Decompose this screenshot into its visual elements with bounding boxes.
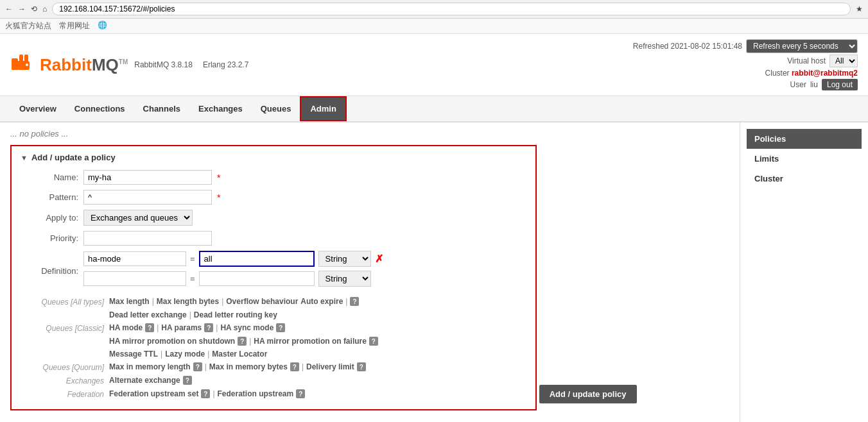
sidebar-item-limits[interactable]: Limits [747,149,862,169]
content-area: ... no policies ... ▼ Add / update a pol… [0,122,740,422]
hints-queues-all-row2: Dead letter exchange | Dead letter routi… [21,310,526,319]
hint-federation-upstream-set[interactable]: Federation upstream set [109,389,198,398]
def-equals-2: = [190,274,195,283]
pattern-input[interactable] [83,190,212,205]
def-val-1[interactable] [199,251,315,267]
sidebar-item-cluster[interactable]: Cluster [747,169,862,189]
def-remove-1[interactable]: ✗ [375,253,383,265]
help-auto-expire-icon[interactable]: ? [350,297,359,306]
bookmark-bar: 火狐官方站点 常用网址 🌐 [0,19,868,34]
cluster-label: Cluster [765,69,790,78]
url-bar[interactable] [52,3,851,15]
sidebar-item-policies[interactable]: Policies [747,129,862,149]
def-type-2[interactable]: String Number Boolean List [318,271,371,287]
hint-alternate-exchange[interactable]: Alternate exchange [109,376,180,385]
hints-queues-quorum-links1: Max in memory length ? | Max in memory b… [109,362,366,371]
hint-federation-upstream[interactable]: Federation upstream [218,389,294,398]
hints-queues-quorum-row1: Queues [Quorum] Max in memory length ? |… [21,362,526,372]
erlang-version: Erlang 23.2.7 [203,60,248,69]
hint-ha-sync-mode[interactable]: HA sync mode [220,323,273,332]
help-ha-mirror-shutdown-icon[interactable]: ? [238,337,247,346]
user-row: User liu Log out [633,79,858,90]
refresh-select[interactable]: Refresh every 5 seconds Refresh every 10… [746,39,858,53]
hint-lazy-mode[interactable]: Lazy mode [165,350,205,359]
priority-label: Priority: [21,233,78,243]
help-ha-mode-icon[interactable]: ? [145,323,154,332]
hints-queues-classic-links3: Message TTL | Lazy mode | Master Locator [109,350,267,359]
hint-overflow-behaviour[interactable]: Overflow behaviour [226,297,298,306]
header-right: Refreshed 2021-08-02 15:01:48 Refresh ev… [633,39,858,90]
cluster-name[interactable]: rabbit@rabbitmq2 [792,69,858,78]
add-policy-button[interactable]: Add / update policy [539,385,637,403]
apply-select[interactable]: Exchanges and queues Exchanges Queues [83,210,193,226]
sidebar: Policies Limits Cluster [740,122,868,422]
nav-exchanges[interactable]: Exchanges [189,97,252,120]
refresh-row: Refreshed 2021-08-02 15:01:48 Refresh ev… [633,39,858,53]
globe-icon: 🌐 [98,21,107,31]
hint-message-ttl[interactable]: Message TTL [109,350,158,359]
definition-entry-1: = String Number Boolean List ✗ [83,251,383,267]
star-icon[interactable]: ★ [856,4,863,13]
help-alternate-exchange-icon[interactable]: ? [183,376,192,385]
hint-auto-expire[interactable]: Auto expire [300,297,343,306]
hints-queues-classic-row2: HA mirror promotion on shutdown ? | HA m… [21,337,526,346]
hint-delivery-limit[interactable]: Delivery limit [306,362,354,371]
nav-overview[interactable]: Overview [10,97,65,120]
help-ha-mirror-failure-icon[interactable]: ? [369,337,378,346]
name-label: Name: [21,173,78,182]
def-val-2[interactable] [199,271,315,286]
bookmark-common[interactable]: 常用网址 [59,21,90,31]
help-ha-params-icon[interactable]: ? [204,323,213,332]
name-input[interactable] [83,170,212,185]
collapse-triangle[interactable]: ▼ [21,154,28,162]
hint-master-locator[interactable]: Master Locator [212,350,267,359]
help-federation-upstream-icon[interactable]: ? [296,389,305,398]
nav-channels[interactable]: Channels [134,97,190,120]
policy-section-heading: Add / update a policy [31,153,116,162]
logout-button[interactable]: Log out [822,79,858,90]
hint-max-in-memory-length[interactable]: Max in memory length [109,362,191,371]
hint-max-length-bytes[interactable]: Max length bytes [157,297,219,306]
forward-icon[interactable]: → [18,4,26,13]
help-ha-sync-icon[interactable]: ? [276,323,285,332]
hints-exchanges-links1: Alternate exchange ? [109,376,192,385]
definition-entries: = String Number Boolean List ✗ = [83,251,383,291]
hints-federation-links1: Federation upstream set ? | Federation u… [109,389,305,398]
back-icon[interactable]: ← [5,4,13,13]
no-policies-notice: ... no policies ... [10,129,729,139]
logo-text: RabbitMQTM [40,55,128,75]
name-row: Name: * [21,170,526,185]
hint-ha-mode[interactable]: HA mode [109,323,143,332]
nav-admin[interactable]: Admin [300,96,346,121]
hint-ha-mirror-promotion-failure[interactable]: HA mirror promotion on failure [254,337,367,346]
hints-queues-all-row1: Queues [All types] Max length | Max leng… [21,297,526,307]
hint-ha-mirror-promotion-shutdown[interactable]: HA mirror promotion on shutdown [109,337,235,346]
help-delivery-limit-icon[interactable]: ? [357,362,366,371]
def-key-2[interactable] [83,271,186,286]
priority-input[interactable] [83,231,212,246]
hint-max-length[interactable]: Max length [109,297,150,306]
vhost-label: Virtual host [787,56,826,65]
bookmark-firefox[interactable]: 火狐官方站点 [5,21,51,31]
help-federation-upstream-set-icon[interactable]: ? [201,389,210,398]
nav-queues[interactable]: Queues [252,97,300,120]
def-type-1[interactable]: String Number Boolean List [318,251,371,267]
vhost-select[interactable]: All / [829,55,858,67]
nav-connections[interactable]: Connections [65,97,134,120]
hint-dead-letter-exchange[interactable]: Dead letter exchange [109,310,187,319]
hint-dead-letter-routing-key[interactable]: Dead letter routing key [194,310,277,319]
hint-max-in-memory-bytes[interactable]: Max in memory bytes [209,362,288,371]
help-max-memory-length-icon[interactable]: ? [193,362,202,371]
hints-queues-classic-label2 [21,337,104,337]
def-key-1[interactable] [83,251,186,266]
svg-point-4 [26,63,28,66]
policy-section: ▼ Add / update a policy Name: * Pattern:… [10,145,537,410]
hints-queues-all-links2: Dead letter exchange | Dead letter routi… [109,310,277,319]
help-max-memory-bytes-icon[interactable]: ? [290,362,299,371]
reload-icon[interactable]: ⟲ [31,4,37,13]
name-required: * [217,173,220,183]
user-label: User [790,80,806,89]
hint-ha-params[interactable]: HA params [161,323,202,332]
home-icon[interactable]: ⌂ [42,4,47,13]
hints-queues-all-links1: Max length | Max length bytes | Overflow… [109,297,359,306]
